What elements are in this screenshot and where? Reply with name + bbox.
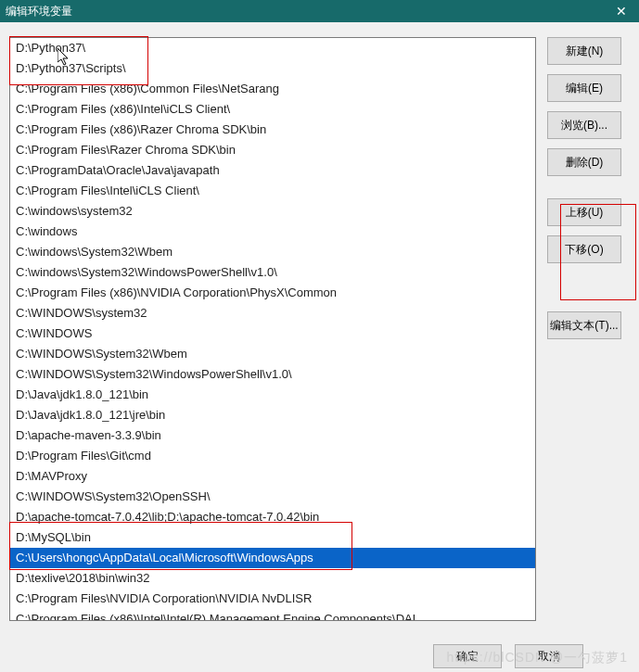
list-item[interactable]: C:\WINDOWS\System32\OpenSSH\	[10, 487, 535, 507]
footer-buttons: 确定 取消	[433, 644, 583, 668]
list-item[interactable]: C:\Program Files (x86)\Intel\iCLS Client…	[10, 99, 535, 120]
list-item[interactable]: C:\windows	[10, 222, 535, 242]
list-item[interactable]: D:\Program Files\Git\cmd	[10, 446, 535, 466]
list-item[interactable]: C:\windows\System32\WindowsPowerShell\v1…	[10, 262, 535, 283]
list-item[interactable]: C:\ProgramData\Oracle\Java\javapath	[10, 160, 535, 181]
list-item[interactable]: C:\windows\system32	[10, 201, 535, 222]
list-item[interactable]: C:\Program Files (x86)\Common Files\NetS…	[10, 79, 535, 99]
titlebar: 编辑环境变量 ✕	[0, 0, 639, 22]
close-icon[interactable]: ✕	[609, 4, 633, 19]
list-item[interactable]: C:\WINDOWS\System32\WindowsPowerShell\v1…	[10, 364, 535, 385]
list-item[interactable]: D:\Java\jdk1.8.0_121\bin	[10, 385, 535, 405]
list-item[interactable]: C:\Program Files (x86)\NVIDIA Corporatio…	[10, 283, 535, 303]
delete-button[interactable]: 删除(D)	[547, 148, 621, 176]
list-item[interactable]: D:\apache-maven-3.3.9\bin	[10, 425, 535, 446]
list-item[interactable]: C:\Program Files (x86)\Razer Chroma SDK\…	[10, 120, 535, 140]
list-item[interactable]: D:\MySQL\bin	[10, 527, 535, 548]
path-listbox[interactable]: D:\Python37\D:\Python37\Scripts\C:\Progr…	[9, 37, 536, 621]
list-item[interactable]: D:\Python37\	[10, 38, 535, 58]
list-item[interactable]: D:\MAVProxy	[10, 466, 535, 487]
browse-button[interactable]: 浏览(B)...	[547, 111, 621, 139]
list-wrap: D:\Python37\D:\Python37\Scripts\C:\Progr…	[9, 37, 536, 665]
list-item[interactable]: D:\Java\jdk1.8.0_121\jre\bin	[10, 405, 535, 425]
move-down-button[interactable]: 下移(O)	[547, 235, 621, 263]
list-item[interactable]: C:\windows\System32\Wbem	[10, 242, 535, 262]
list-item[interactable]: C:\WINDOWS\System32\Wbem	[10, 344, 535, 364]
move-up-button[interactable]: 上移(U)	[547, 198, 621, 226]
cancel-button[interactable]: 取消	[515, 644, 583, 668]
dialog-content: D:\Python37\D:\Python37\Scripts\C:\Progr…	[0, 22, 639, 672]
list-item[interactable]: C:\Program Files\NVIDIA Corporation\NVID…	[10, 589, 535, 609]
new-button[interactable]: 新建(N)	[547, 37, 621, 65]
edit-text-button[interactable]: 编辑文本(T)...	[547, 311, 621, 339]
list-item[interactable]: C:\Program Files\Intel\iCLS Client\	[10, 181, 535, 201]
list-item[interactable]: C:\WINDOWS\system32	[10, 303, 535, 323]
list-item[interactable]: D:\texlive\2018\bin\win32	[10, 568, 535, 589]
list-item[interactable]: C:\Program Files (x86)\Intel\Intel(R) Ma…	[10, 609, 535, 621]
list-item[interactable]: C:\Users\hongc\AppData\Local\Microsoft\W…	[10, 548, 535, 568]
list-item[interactable]: D:\apache-tomcat-7.0.42\lib;D:\apache-to…	[10, 507, 535, 527]
edit-button[interactable]: 编辑(E)	[547, 74, 621, 102]
ok-button[interactable]: 确定	[433, 644, 502, 668]
button-column: 新建(N) 编辑(E) 浏览(B)... 删除(D) 上移(U) 下移(O) 编…	[547, 37, 621, 665]
list-item[interactable]: C:\Program Files\Razer Chroma SDK\bin	[10, 140, 535, 160]
list-item[interactable]: D:\Python37\Scripts\	[10, 58, 535, 79]
list-item[interactable]: C:\WINDOWS	[10, 323, 535, 344]
window-title: 编辑环境变量	[6, 4, 609, 19]
